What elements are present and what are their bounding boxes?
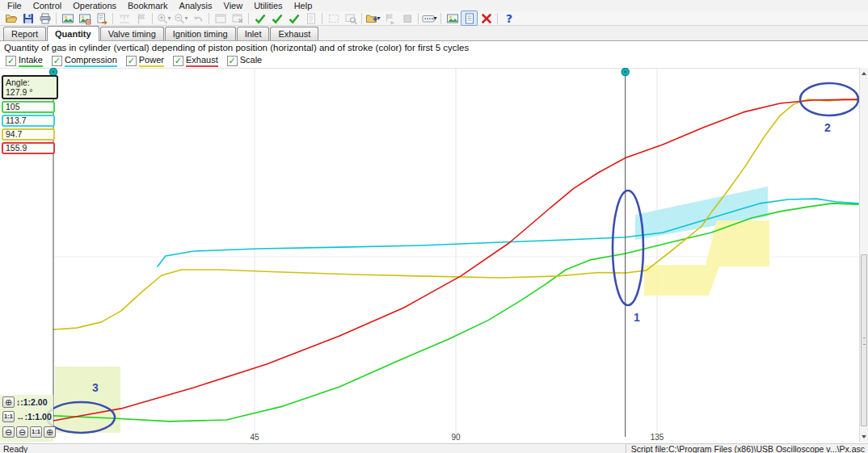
checkbox-check-icon: ✓ (52, 56, 62, 66)
horizontal-zoom-in-button[interactable]: ⊕ (44, 426, 56, 438)
document-button (302, 10, 319, 26)
scroll-up-button[interactable] (860, 68, 868, 78)
scrollbar-thumb[interactable] (861, 254, 867, 426)
tab-bar: Report Quantity Valve timing Ignition ti… (0, 26, 868, 41)
dropdown-caret-icon: ▾ (184, 15, 188, 22)
help-button[interactable]: ? (500, 10, 517, 26)
vertical-zoom-in-button[interactable]: ⊕ (2, 396, 15, 408)
tab-inlet[interactable]: Inlet (237, 27, 270, 40)
checkbox-check-icon: ✓ (126, 56, 137, 66)
toolbar-separator (152, 13, 153, 24)
checkbox-check-icon: ✓ (6, 56, 16, 66)
toolbar-separator (418, 13, 419, 24)
inspect-window-button (342, 10, 359, 26)
export-report-button[interactable] (93, 10, 110, 26)
export-report-icon (95, 12, 108, 25)
tab-report[interactable]: Report (3, 27, 46, 40)
menu-analysis[interactable]: Analysis (174, 1, 218, 10)
vertical-zoom-out-button[interactable]: ⊖ (2, 426, 15, 438)
checkbox-exhaust[interactable]: ✓ Exhaust (173, 55, 218, 67)
accept-2-button[interactable] (268, 10, 285, 26)
tab-quantity[interactable]: Quantity (47, 26, 99, 41)
run-script-button (381, 10, 398, 26)
legend-label-intake: Intake (19, 55, 43, 67)
vertical-scale-label: ↕:1:2.00 (16, 397, 48, 407)
open-script-icon (5, 12, 18, 25)
toolbar-separator (112, 13, 113, 24)
close-window-icon (231, 12, 244, 25)
image-view-button[interactable] (444, 10, 461, 26)
accept-1-button[interactable] (251, 10, 268, 26)
chart-canvas[interactable]: 4590135123 (0, 68, 868, 443)
menu-help[interactable]: Help (289, 1, 318, 10)
accept-3-button[interactable] (285, 10, 302, 26)
tab-ignition-timing[interactable]: Ignition timing (165, 27, 236, 40)
checkbox-compression[interactable]: ✓ Compression (52, 55, 117, 67)
legend-label-compression: Compression (65, 55, 117, 67)
toolbar-separator (440, 13, 441, 24)
toolbar-separator (248, 13, 249, 24)
delete-icon (480, 12, 493, 25)
tab-exhaust[interactable]: Exhaust (270, 27, 318, 40)
close-window-button (229, 10, 246, 26)
menu-control[interactable]: Control (27, 1, 67, 10)
zoom-out-menu-button: ▾ (172, 10, 189, 26)
window-layout-button (212, 10, 229, 26)
delete-button[interactable] (478, 10, 495, 26)
angle-readout: Angle: 127.9 ° (2, 75, 58, 99)
readout-exhaust: 155.9 (2, 142, 55, 154)
chart-description: Quantity of gas in cylinder (vertical) d… (0, 41, 868, 54)
menu-view[interactable]: View (218, 1, 249, 10)
image-view-icon (446, 12, 459, 25)
document-icon (305, 12, 318, 25)
checkbox-intake[interactable]: ✓ Intake (6, 55, 43, 67)
copy-image-button[interactable] (59, 10, 76, 26)
open-script-button[interactable] (2, 10, 19, 26)
vertical-scrollbar[interactable] (859, 68, 868, 443)
report-view-button[interactable] (461, 10, 478, 26)
legend-row: ✓ Intake ✓ Compression ✓ Power ✓ Exhaust… (0, 54, 868, 68)
menu-bookmark[interactable]: Bookmark (122, 1, 174, 10)
legend-label-exhaust: Exhaust (186, 55, 218, 67)
menu-file[interactable]: File (2, 1, 27, 10)
stop-script-icon (401, 12, 414, 25)
save-script-icon (22, 12, 35, 25)
chart-region: 4590135123 Angle: 127.9 ° 105 113.7 94.7… (0, 68, 868, 443)
save-image-button[interactable] (76, 10, 93, 26)
undo-button (189, 10, 206, 26)
x-tick-label-90: 90 (451, 433, 461, 442)
accept-1-icon (254, 12, 267, 25)
save-image-icon (78, 12, 91, 25)
new-folder-menu-button[interactable]: ▾ (364, 10, 381, 26)
measure-tool-icon (118, 12, 131, 25)
inspect-window-icon (344, 12, 357, 25)
checkbox-power[interactable]: ✓ Power (126, 55, 164, 67)
print-button[interactable] (36, 10, 53, 26)
menu-operations[interactable]: Operations (67, 1, 122, 10)
text-labels-menu-button[interactable]: ▾ (421, 10, 438, 26)
arrow-down-icon (862, 435, 866, 438)
arrow-up-icon (862, 72, 866, 75)
checkbox-scale[interactable]: ✓ Scale (227, 55, 263, 67)
help-icon: ? (503, 12, 516, 25)
horizontal-zoom-out-button[interactable]: ⊖ (16, 426, 28, 438)
usb-oscilloscope-window: File Control Operations Bookmark Analysi… (0, 0, 868, 453)
scrollbar-grip-icon (863, 338, 866, 345)
vertical-zoom-reset-button[interactable]: 1:1 (2, 411, 15, 422)
tab-valve-timing[interactable]: Valve timing (100, 27, 164, 40)
menu-utilities[interactable]: Utilities (248, 1, 288, 10)
undo-icon (192, 12, 204, 25)
zoom-in-menu-button: ▾ (155, 10, 172, 26)
x-tick-label-45: 45 (250, 433, 259, 442)
checkbox-check-icon: ✓ (227, 56, 238, 66)
checkbox-check-icon: ✓ (173, 56, 183, 66)
measure-tool-button (116, 10, 133, 26)
annotation-ellipse-1 (613, 191, 643, 305)
accept-3-icon (288, 12, 301, 25)
annotation-label-1: 1 (634, 311, 640, 324)
toolbar: ▾▾▾▾? (0, 11, 868, 26)
horizontal-zoom-reset-button[interactable]: 1:1 (30, 426, 42, 438)
save-script-button[interactable] (19, 10, 36, 26)
cursor-handle-dot-icon-0 (53, 71, 55, 73)
scroll-down-button[interactable] (860, 431, 868, 442)
